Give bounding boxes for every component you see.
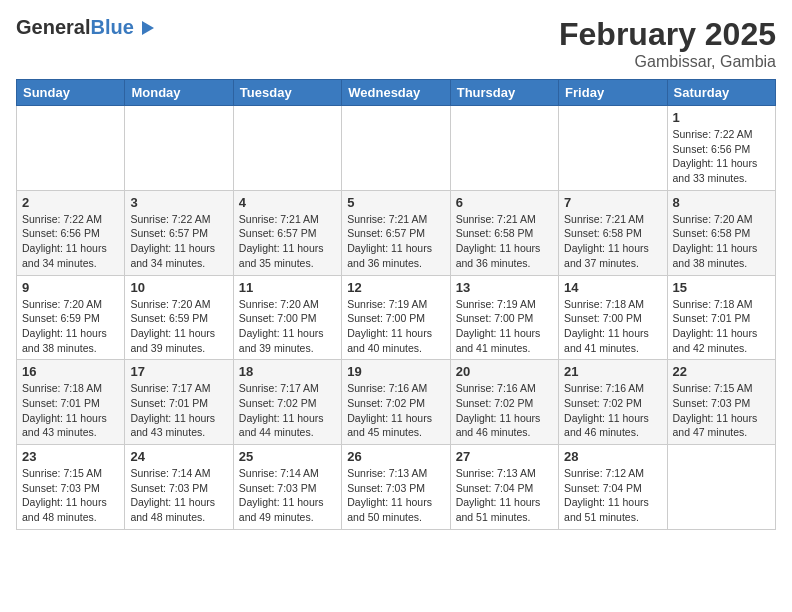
day-cell: 6Sunrise: 7:21 AM Sunset: 6:58 PM Daylig… [450, 190, 558, 275]
day-number: 1 [673, 110, 770, 125]
day-cell [17, 106, 125, 191]
column-header-thursday: Thursday [450, 80, 558, 106]
day-cell [450, 106, 558, 191]
day-number: 24 [130, 449, 227, 464]
day-number: 11 [239, 280, 336, 295]
day-number: 25 [239, 449, 336, 464]
day-info: Sunrise: 7:19 AM Sunset: 7:00 PM Dayligh… [347, 297, 444, 356]
day-info: Sunrise: 7:21 AM Sunset: 6:57 PM Dayligh… [347, 212, 444, 271]
day-info: Sunrise: 7:18 AM Sunset: 7:01 PM Dayligh… [673, 297, 770, 356]
day-number: 20 [456, 364, 553, 379]
day-cell: 27Sunrise: 7:13 AM Sunset: 7:04 PM Dayli… [450, 445, 558, 530]
calendar-title: February 2025 [559, 16, 776, 53]
calendar-body: 1Sunrise: 7:22 AM Sunset: 6:56 PM Daylig… [17, 106, 776, 530]
day-cell: 14Sunrise: 7:18 AM Sunset: 7:00 PM Dayli… [559, 275, 667, 360]
day-cell: 25Sunrise: 7:14 AM Sunset: 7:03 PM Dayli… [233, 445, 341, 530]
day-info: Sunrise: 7:16 AM Sunset: 7:02 PM Dayligh… [456, 381, 553, 440]
day-cell: 11Sunrise: 7:20 AM Sunset: 7:00 PM Dayli… [233, 275, 341, 360]
calendar-table: SundayMondayTuesdayWednesdayThursdayFrid… [16, 79, 776, 530]
logo-text: GeneralBlue [16, 16, 134, 39]
day-number: 17 [130, 364, 227, 379]
day-cell: 12Sunrise: 7:19 AM Sunset: 7:00 PM Dayli… [342, 275, 450, 360]
day-info: Sunrise: 7:13 AM Sunset: 7:04 PM Dayligh… [456, 466, 553, 525]
week-row-5: 23Sunrise: 7:15 AM Sunset: 7:03 PM Dayli… [17, 445, 776, 530]
day-info: Sunrise: 7:13 AM Sunset: 7:03 PM Dayligh… [347, 466, 444, 525]
day-cell: 18Sunrise: 7:17 AM Sunset: 7:02 PM Dayli… [233, 360, 341, 445]
day-cell: 24Sunrise: 7:14 AM Sunset: 7:03 PM Dayli… [125, 445, 233, 530]
day-info: Sunrise: 7:14 AM Sunset: 7:03 PM Dayligh… [239, 466, 336, 525]
day-number: 22 [673, 364, 770, 379]
day-number: 19 [347, 364, 444, 379]
day-number: 23 [22, 449, 119, 464]
column-header-sunday: Sunday [17, 80, 125, 106]
day-number: 8 [673, 195, 770, 210]
day-info: Sunrise: 7:19 AM Sunset: 7:00 PM Dayligh… [456, 297, 553, 356]
day-info: Sunrise: 7:22 AM Sunset: 6:56 PM Dayligh… [673, 127, 770, 186]
column-header-saturday: Saturday [667, 80, 775, 106]
day-info: Sunrise: 7:17 AM Sunset: 7:01 PM Dayligh… [130, 381, 227, 440]
day-cell: 22Sunrise: 7:15 AM Sunset: 7:03 PM Dayli… [667, 360, 775, 445]
day-number: 26 [347, 449, 444, 464]
day-cell: 4Sunrise: 7:21 AM Sunset: 6:57 PM Daylig… [233, 190, 341, 275]
day-cell: 8Sunrise: 7:20 AM Sunset: 6:58 PM Daylig… [667, 190, 775, 275]
day-number: 13 [456, 280, 553, 295]
day-cell: 3Sunrise: 7:22 AM Sunset: 6:57 PM Daylig… [125, 190, 233, 275]
day-info: Sunrise: 7:21 AM Sunset: 6:57 PM Dayligh… [239, 212, 336, 271]
day-number: 28 [564, 449, 661, 464]
column-header-monday: Monday [125, 80, 233, 106]
day-info: Sunrise: 7:14 AM Sunset: 7:03 PM Dayligh… [130, 466, 227, 525]
day-info: Sunrise: 7:12 AM Sunset: 7:04 PM Dayligh… [564, 466, 661, 525]
day-cell: 5Sunrise: 7:21 AM Sunset: 6:57 PM Daylig… [342, 190, 450, 275]
week-row-1: 1Sunrise: 7:22 AM Sunset: 6:56 PM Daylig… [17, 106, 776, 191]
column-header-tuesday: Tuesday [233, 80, 341, 106]
day-cell: 13Sunrise: 7:19 AM Sunset: 7:00 PM Dayli… [450, 275, 558, 360]
day-number: 14 [564, 280, 661, 295]
day-cell [125, 106, 233, 191]
day-info: Sunrise: 7:20 AM Sunset: 6:59 PM Dayligh… [22, 297, 119, 356]
day-number: 7 [564, 195, 661, 210]
day-info: Sunrise: 7:22 AM Sunset: 6:57 PM Dayligh… [130, 212, 227, 271]
calendar-header: SundayMondayTuesdayWednesdayThursdayFrid… [17, 80, 776, 106]
day-number: 12 [347, 280, 444, 295]
day-cell [667, 445, 775, 530]
day-cell: 16Sunrise: 7:18 AM Sunset: 7:01 PM Dayli… [17, 360, 125, 445]
day-number: 27 [456, 449, 553, 464]
day-number: 10 [130, 280, 227, 295]
day-cell: 17Sunrise: 7:17 AM Sunset: 7:01 PM Dayli… [125, 360, 233, 445]
day-cell: 19Sunrise: 7:16 AM Sunset: 7:02 PM Dayli… [342, 360, 450, 445]
day-cell: 28Sunrise: 7:12 AM Sunset: 7:04 PM Dayli… [559, 445, 667, 530]
day-info: Sunrise: 7:16 AM Sunset: 7:02 PM Dayligh… [347, 381, 444, 440]
week-row-4: 16Sunrise: 7:18 AM Sunset: 7:01 PM Dayli… [17, 360, 776, 445]
week-row-3: 9Sunrise: 7:20 AM Sunset: 6:59 PM Daylig… [17, 275, 776, 360]
day-info: Sunrise: 7:15 AM Sunset: 7:03 PM Dayligh… [673, 381, 770, 440]
day-number: 18 [239, 364, 336, 379]
day-info: Sunrise: 7:15 AM Sunset: 7:03 PM Dayligh… [22, 466, 119, 525]
day-cell [233, 106, 341, 191]
logo: GeneralBlue [16, 16, 158, 39]
logo-icon [136, 17, 158, 39]
day-cell: 15Sunrise: 7:18 AM Sunset: 7:01 PM Dayli… [667, 275, 775, 360]
calendar-header-row: SundayMondayTuesdayWednesdayThursdayFrid… [17, 80, 776, 106]
day-info: Sunrise: 7:18 AM Sunset: 7:00 PM Dayligh… [564, 297, 661, 356]
column-header-wednesday: Wednesday [342, 80, 450, 106]
day-cell: 20Sunrise: 7:16 AM Sunset: 7:02 PM Dayli… [450, 360, 558, 445]
day-number: 9 [22, 280, 119, 295]
day-info: Sunrise: 7:21 AM Sunset: 6:58 PM Dayligh… [564, 212, 661, 271]
week-row-2: 2Sunrise: 7:22 AM Sunset: 6:56 PM Daylig… [17, 190, 776, 275]
day-info: Sunrise: 7:16 AM Sunset: 7:02 PM Dayligh… [564, 381, 661, 440]
day-cell: 26Sunrise: 7:13 AM Sunset: 7:03 PM Dayli… [342, 445, 450, 530]
day-info: Sunrise: 7:20 AM Sunset: 6:58 PM Dayligh… [673, 212, 770, 271]
day-info: Sunrise: 7:20 AM Sunset: 7:00 PM Dayligh… [239, 297, 336, 356]
title-block: February 2025 Gambissar, Gambia [559, 16, 776, 71]
day-cell: 23Sunrise: 7:15 AM Sunset: 7:03 PM Dayli… [17, 445, 125, 530]
day-cell: 2Sunrise: 7:22 AM Sunset: 6:56 PM Daylig… [17, 190, 125, 275]
day-info: Sunrise: 7:21 AM Sunset: 6:58 PM Dayligh… [456, 212, 553, 271]
day-number: 15 [673, 280, 770, 295]
day-number: 3 [130, 195, 227, 210]
day-cell: 7Sunrise: 7:21 AM Sunset: 6:58 PM Daylig… [559, 190, 667, 275]
day-info: Sunrise: 7:17 AM Sunset: 7:02 PM Dayligh… [239, 381, 336, 440]
day-number: 5 [347, 195, 444, 210]
day-number: 4 [239, 195, 336, 210]
logo-blue: Blue [90, 16, 133, 38]
day-number: 21 [564, 364, 661, 379]
